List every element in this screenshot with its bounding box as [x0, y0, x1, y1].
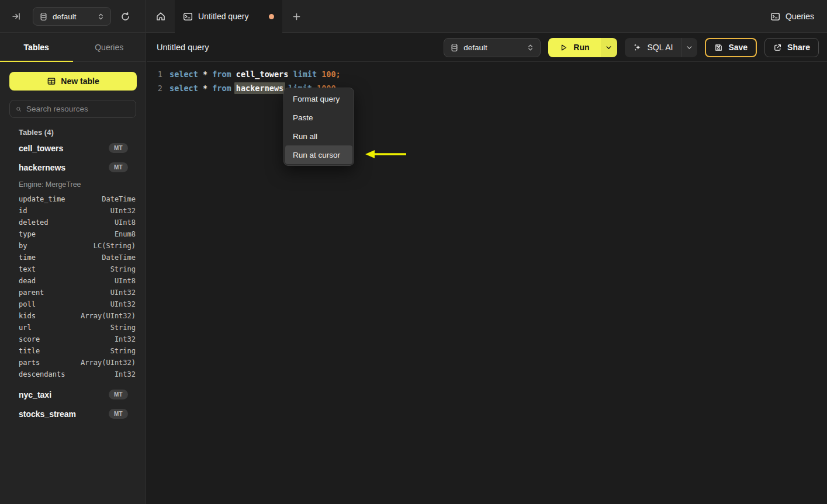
new-table-label: New table [61, 77, 99, 86]
column-name: poll [19, 300, 36, 308]
collapse-sidebar-icon [12, 12, 21, 21]
column-type: Array(UInt32) [81, 359, 136, 367]
column-row: parentUInt32 [0, 287, 146, 298]
code-token [207, 69, 212, 79]
column-name: time [19, 253, 36, 262]
table-row-nyc_taxi[interactable]: nyc_taxiMT [0, 385, 146, 404]
sql-editor[interactable]: 1select * from cell_towers limit 100;2se… [147, 62, 827, 95]
new-tab-button[interactable] [282, 0, 310, 33]
query-editor-panel: Untitled query default [147, 33, 827, 504]
tables-section-label: Tables (4) [19, 128, 54, 137]
column-type: DateTime [102, 253, 136, 262]
plus-icon [292, 12, 301, 21]
refresh-icon [120, 12, 130, 22]
column-name: url [19, 324, 32, 332]
queries-button[interactable]: Queries [770, 0, 814, 33]
search-input[interactable] [26, 105, 130, 113]
play-icon [559, 43, 568, 52]
column-name: parent [19, 289, 44, 297]
column-type: Int32 [115, 335, 136, 343]
code-token [231, 69, 236, 79]
code-token: from [212, 69, 231, 79]
code-token: select [169, 84, 198, 93]
run-button[interactable]: Run [548, 38, 600, 57]
code-token [198, 84, 203, 93]
context-menu-item-paste[interactable]: Paste [285, 108, 352, 127]
home-button[interactable] [147, 0, 175, 33]
column-name: score [19, 335, 40, 343]
engine-label: Engine: MergeTree [0, 178, 146, 192]
column-name: type [19, 230, 36, 238]
code-token [198, 69, 203, 79]
run-options-button[interactable] [601, 38, 617, 57]
tab-bar: Untitled query [147, 0, 310, 33]
table-row-hackernews[interactable]: hackernewsMT [0, 158, 146, 177]
sidebar: Tables Queries New table Tables (4) cell… [0, 33, 146, 504]
context-menu-item-format-query[interactable]: Format query [285, 89, 352, 108]
active-tab-underline [0, 61, 73, 62]
context-menu: Format queryPasteRun allRun at cursor [283, 88, 354, 166]
column-type: UInt32 [110, 207, 136, 215]
column-type: Array(UInt32) [81, 312, 136, 320]
column-name: by [19, 242, 27, 250]
share-icon [773, 43, 782, 52]
column-row: update_timeDateTime [0, 193, 146, 205]
sidebar-tab-queries[interactable]: Queries [73, 33, 146, 61]
column-type: DateTime [102, 195, 136, 203]
refresh-button[interactable] [117, 8, 133, 25]
share-label: Share [787, 43, 810, 52]
column-row: byLC(String) [0, 240, 146, 252]
tab-untitled-query[interactable]: Untitled query [175, 0, 282, 33]
code-line[interactable]: 2select * from hackernews limit 1000 [147, 81, 827, 95]
table-name: nyc_taxi [19, 390, 51, 399]
table-name: cell_towers [19, 144, 63, 153]
column-row: urlString [0, 322, 146, 333]
collapse-sidebar-button[interactable] [8, 8, 25, 25]
search-box[interactable] [9, 100, 136, 118]
sidebar-tab-tables[interactable]: Tables [0, 33, 73, 61]
table-row-cell_towers[interactable]: cell_towersMT [0, 138, 146, 158]
context-menu-item-run-at-cursor[interactable]: Run at cursor [285, 145, 352, 164]
code-token: 100; [321, 69, 341, 79]
code-line[interactable]: 1select * from cell_towers limit 100; [147, 67, 827, 81]
search-icon [16, 105, 22, 113]
editor-toolbar: default Run [444, 38, 819, 57]
context-menu-item-run-all[interactable]: Run all [285, 127, 352, 145]
column-name: deleted [19, 218, 49, 227]
line-number: 2 [147, 84, 162, 93]
annotation-arrow [361, 146, 409, 162]
column-row: idUInt32 [0, 205, 146, 217]
column-row: scoreInt32 [0, 333, 146, 345]
database-icon [39, 12, 48, 21]
save-button[interactable]: Save [705, 38, 757, 57]
unsaved-changes-dot [269, 14, 274, 19]
column-row: descendantsInt32 [0, 369, 146, 380]
chevron-down-icon [605, 44, 613, 51]
share-button[interactable]: Share [764, 38, 819, 57]
table-name: stocks_stream [19, 409, 76, 419]
line-number: 1 [147, 69, 162, 79]
column-name: kids [19, 312, 36, 320]
column-name: parts [19, 359, 40, 367]
sparkle-icon [633, 43, 642, 52]
save-label: Save [728, 43, 748, 52]
code-token: * [203, 84, 207, 93]
database-selector[interactable]: default [33, 7, 111, 26]
column-type: UInt8 [115, 277, 136, 285]
column-type: Int32 [115, 370, 136, 378]
sql-ai-button[interactable]: SQL AI [625, 38, 681, 57]
engine-badge: MT [109, 143, 128, 153]
column-type: UInt32 [110, 289, 136, 297]
sql-ai-options-button[interactable] [681, 38, 697, 57]
editor-database-selector[interactable]: default [444, 38, 541, 57]
column-row: titleString [0, 345, 146, 357]
editor-header: Untitled query default [147, 33, 827, 62]
table-row-stocks_stream[interactable]: stocks_streamMT [0, 404, 146, 423]
code-token: hackernews [234, 82, 285, 94]
code-token: select [169, 69, 198, 79]
terminal-icon [770, 12, 780, 22]
sidebar-tabs: Tables Queries [0, 33, 146, 62]
home-icon [155, 11, 166, 22]
engine-badge: MT [109, 390, 128, 399]
new-table-button[interactable]: New table [9, 72, 137, 91]
